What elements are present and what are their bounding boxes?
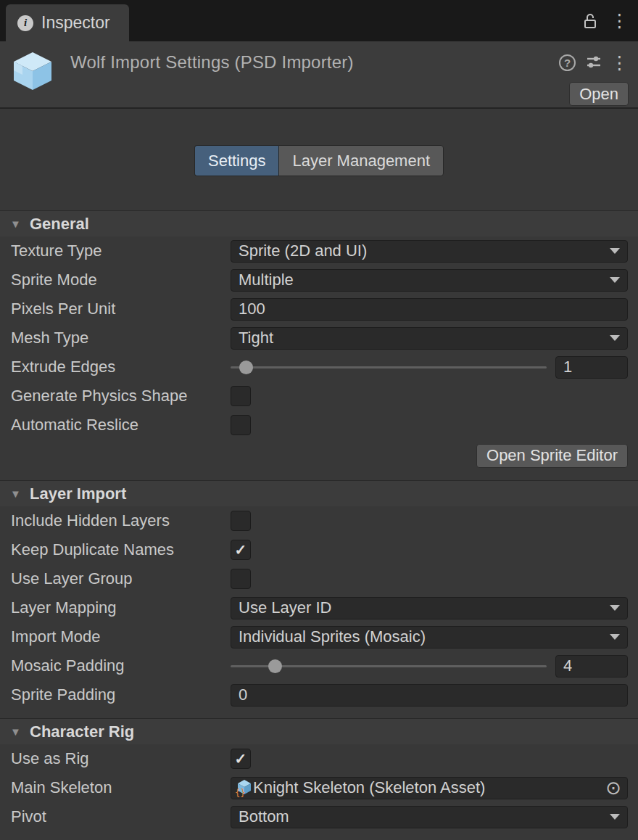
pivot-dropdown[interactable]: Bottom <box>231 806 628 828</box>
tab-layer-management[interactable]: Layer Management <box>278 145 444 176</box>
row-texture-type: Texture Type Sprite (2D and UI) <box>0 236 638 265</box>
texture-type-label: Texture Type <box>11 242 231 260</box>
layer-mapping-value: Use Layer ID <box>239 598 331 617</box>
mosaic-padding-slider[interactable] <box>231 659 547 674</box>
row-mosaic-padding: Mosaic Padding 4 <box>0 651 638 680</box>
layer-mapping-label: Layer Mapping <box>11 598 231 617</box>
row-pivot: Pivot Bottom <box>0 802 638 831</box>
pixels-per-unit-label: Pixels Per Unit <box>11 300 231 318</box>
tab-inspector-label: Inspector <box>41 13 110 33</box>
row-mesh-type: Mesh Type Tight <box>0 324 638 353</box>
include-hidden-layers-checkbox[interactable]: ✓ <box>231 511 251 531</box>
extrude-edges-label: Extrude Edges <box>11 358 231 376</box>
slider-track <box>231 366 547 368</box>
section-header-character-rig[interactable]: ▼ Character Rig <box>0 718 638 744</box>
sprite-mode-value: Multiple <box>239 271 294 289</box>
row-use-as-rig: Use as Rig ✓ <box>0 744 638 773</box>
object-picker-icon[interactable]: ⊙ <box>605 778 621 797</box>
keep-duplicate-names-label: Keep Duplicate Names <box>11 540 231 559</box>
check-icon: ✓ <box>235 752 247 766</box>
chevron-down-icon <box>610 277 620 283</box>
skeleton-asset-icon: {} <box>235 778 252 797</box>
chevron-down-icon <box>610 335 620 341</box>
mosaic-padding-label: Mosaic Padding <box>11 656 231 675</box>
lock-icon[interactable] <box>582 12 598 30</box>
automatic-reslice-label: Automatic Reslice <box>11 416 231 435</box>
automatic-reslice-checkbox[interactable]: ✓ <box>231 415 251 435</box>
header-main: Wolf Import Settings (PSD Importer) ? ⋮ … <box>70 47 629 107</box>
row-sprite-mode: Sprite Mode Multiple <box>0 265 638 295</box>
slider-handle[interactable] <box>239 361 253 374</box>
foldout-icon: ▼ <box>10 487 30 500</box>
titlebar-actions: ⋮ <box>582 0 638 41</box>
use-as-rig-checkbox[interactable]: ✓ <box>231 749 251 769</box>
titlebar-menu-icon[interactable]: ⋮ <box>610 12 629 30</box>
titlebar: i Inspector ⋮ <box>0 0 638 41</box>
svg-text:{}: {} <box>235 788 245 797</box>
extrude-edges-input[interactable]: 1 <box>555 356 628 379</box>
tab-settings[interactable]: Settings <box>194 145 279 176</box>
help-icon[interactable]: ? <box>559 54 576 71</box>
row-sprite-padding: Sprite Padding 0 <box>0 680 638 709</box>
section-title: General <box>30 215 89 234</box>
tab-inspector[interactable]: i Inspector <box>6 4 129 41</box>
sprite-padding-input[interactable]: 0 <box>231 684 628 707</box>
header-menu-icon[interactable]: ⋮ <box>610 54 629 72</box>
asset-header: Wolf Import Settings (PSD Importer) ? ⋮ … <box>0 41 638 109</box>
row-extrude-edges: Extrude Edges 1 <box>0 353 638 382</box>
inspector-window: i Inspector ⋮ Wolf Import Set <box>0 0 638 840</box>
row-automatic-reslice: Automatic Reslice ✓ <box>0 411 638 440</box>
mosaic-padding-value: 4 <box>563 656 572 675</box>
main-skeleton-field[interactable]: {} Knight Skeleton (Skeleton Asset) ⊙ <box>231 777 628 799</box>
open-button[interactable]: Open <box>569 82 629 106</box>
include-hidden-layers-label: Include Hidden Layers <box>11 511 231 530</box>
check-icon: ✓ <box>235 543 247 557</box>
chevron-down-icon <box>610 634 620 640</box>
section-header-layer-import[interactable]: ▼ Layer Import <box>0 480 638 506</box>
use-layer-group-checkbox[interactable]: ✓ <box>231 569 251 589</box>
texture-type-dropdown[interactable]: Sprite (2D and UI) <box>231 240 628 263</box>
mesh-type-dropdown[interactable]: Tight <box>231 327 628 350</box>
texture-type-value: Sprite (2D and UI) <box>239 242 367 260</box>
pivot-label: Pivot <box>11 807 231 826</box>
row-layer-mapping: Layer Mapping Use Layer ID <box>0 593 638 622</box>
open-sprite-editor-button[interactable]: Open Sprite Editor <box>476 444 628 468</box>
row-include-hidden-layers: Include Hidden Layers ✓ <box>0 506 638 535</box>
slider-handle[interactable] <box>268 659 282 673</box>
layer-mapping-dropdown[interactable]: Use Layer ID <box>231 597 628 619</box>
extrude-edges-value: 1 <box>563 358 572 376</box>
sprite-padding-value: 0 <box>239 685 247 704</box>
section-title: Character Rig <box>30 722 134 741</box>
pivot-value: Bottom <box>239 807 289 826</box>
foldout-icon: ▼ <box>10 725 30 738</box>
pixels-per-unit-input[interactable]: 100 <box>231 298 628 321</box>
sprite-mode-label: Sprite Mode <box>11 271 231 289</box>
import-mode-dropdown[interactable]: Individual Sprites (Mosaic) <box>231 626 628 648</box>
sprite-editor-button-row: Open Sprite Editor <box>0 440 638 472</box>
mesh-type-value: Tight <box>239 329 273 347</box>
psd-importer-icon <box>12 50 54 92</box>
generate-physics-shape-checkbox[interactable]: ✓ <box>231 386 251 406</box>
sprite-mode-dropdown[interactable]: Multiple <box>231 269 628 292</box>
keep-duplicate-names-checkbox[interactable]: ✓ <box>231 540 251 560</box>
row-import-mode: Import Mode Individual Sprites (Mosaic) <box>0 622 638 651</box>
chevron-down-icon <box>610 605 620 611</box>
mode-tabs: Settings Layer Management <box>0 145 638 176</box>
row-pixels-per-unit: Pixels Per Unit 100 <box>0 295 638 324</box>
row-use-layer-group: Use Layer Group ✓ <box>0 564 638 593</box>
mesh-type-label: Mesh Type <box>11 329 231 347</box>
chevron-down-icon <box>610 814 620 820</box>
generate-physics-shape-label: Generate Physics Shape <box>11 387 231 405</box>
section-title: Layer Import <box>30 485 126 503</box>
section-header-general[interactable]: ▼ General <box>0 210 638 236</box>
main-skeleton-value: Knight Skeleton (Skeleton Asset) <box>253 778 605 797</box>
chevron-down-icon <box>610 248 620 254</box>
foldout-icon: ▼ <box>10 218 30 230</box>
presets-icon[interactable] <box>585 54 602 71</box>
row-generate-physics-shape: Generate Physics Shape ✓ <box>0 382 638 411</box>
use-layer-group-label: Use Layer Group <box>11 569 231 588</box>
pixels-per-unit-value: 100 <box>239 300 265 318</box>
row-main-skeleton: Main Skeleton {} Knight Skeleton (Skelet… <box>0 773 638 802</box>
mosaic-padding-input[interactable]: 4 <box>555 655 628 678</box>
extrude-edges-slider[interactable] <box>231 360 547 375</box>
